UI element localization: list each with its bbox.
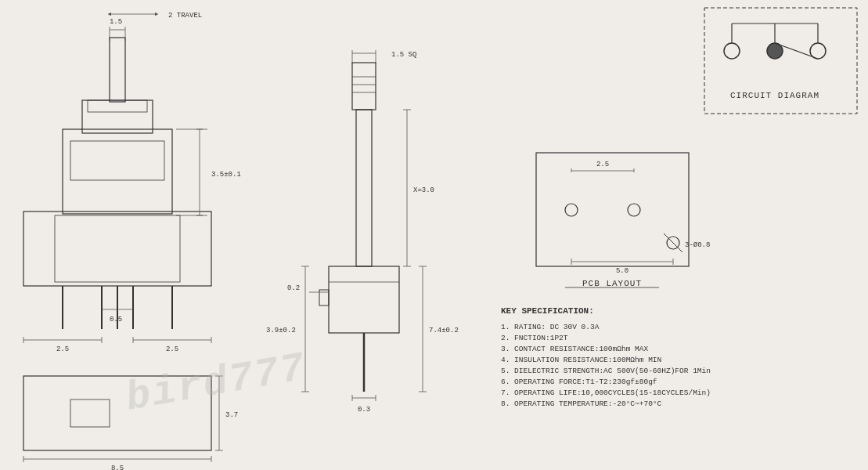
svg-text:6.  OPERATING FORCE:T1-T2:230g: 6. OPERATING FORCE:T1-T2:230gf±80gf <box>501 378 657 386</box>
svg-text:3.7: 3.7 <box>225 411 238 419</box>
svg-text:1.5: 1.5 <box>110 18 122 26</box>
svg-point-77 <box>724 43 740 59</box>
svg-text:3-Ø0.8: 3-Ø0.8 <box>685 241 710 249</box>
svg-rect-0 <box>0 0 868 470</box>
technical-drawing: 1.5 2 TRAVEL 3.5±0.1 0.5 2.5 2.5 <box>0 0 868 470</box>
main-container: 1.5 2 TRAVEL 3.5±0.1 0.5 2.5 2.5 <box>0 0 868 470</box>
svg-text:1.  RATING: DC 30V   0.3A: 1. RATING: DC 30V 0.3A <box>501 323 600 331</box>
svg-text:0.3: 0.3 <box>358 406 370 414</box>
svg-point-87 <box>565 204 578 216</box>
svg-text:2.  FNCTION:1P2T: 2. FNCTION:1P2T <box>501 334 568 342</box>
svg-text:KEY  SPECIFICATION:: KEY SPECIFICATION: <box>501 306 594 316</box>
svg-text:3.5±0.1: 3.5±0.1 <box>211 171 241 179</box>
svg-text:3.9±0.2: 3.9±0.2 <box>266 327 296 334</box>
svg-text:0.2: 0.2 <box>287 284 300 292</box>
svg-text:PCB LAYOUT: PCB LAYOUT <box>582 279 642 288</box>
svg-text:7.4±0.2: 7.4±0.2 <box>429 327 459 334</box>
svg-text:2  TRAVEL: 2 TRAVEL <box>168 12 202 20</box>
svg-text:5.0: 5.0 <box>616 267 628 275</box>
svg-point-88 <box>628 204 640 216</box>
svg-text:5.  DIELECTRIC STRENGTH:AC 500: 5. DIELECTRIC STRENGTH:AC 500V(50-60HZ)F… <box>501 367 711 375</box>
svg-text:0.5: 0.5 <box>110 316 122 324</box>
svg-text:CIRCUIT DIAGRAM: CIRCUIT DIAGRAM <box>730 91 819 100</box>
svg-text:2.5: 2.5 <box>596 161 609 168</box>
svg-text:2.5: 2.5 <box>166 345 178 353</box>
svg-text:7.  OPERATING LIFE:10,000CYCLE: 7. OPERATING LIFE:10,000CYCLES(15-18CYCL… <box>501 389 711 397</box>
svg-text:3.  CONTACT RESISTANCE:100mΩhm: 3. CONTACT RESISTANCE:100mΩhm MAX <box>501 345 648 353</box>
svg-text:1.5 SQ: 1.5 SQ <box>391 51 416 59</box>
svg-text:4.  INSULATION RESISTANCE:100M: 4. INSULATION RESISTANCE:100MΩhm MIN <box>501 356 661 364</box>
svg-text:2.5: 2.5 <box>56 345 69 353</box>
svg-text:8.  OPERATING TEMPERATURE:-20°: 8. OPERATING TEMPERATURE:-20°C~+70°C <box>501 400 662 408</box>
svg-text:8.5: 8.5 <box>111 465 124 470</box>
svg-text:X=3.0: X=3.0 <box>413 186 434 194</box>
